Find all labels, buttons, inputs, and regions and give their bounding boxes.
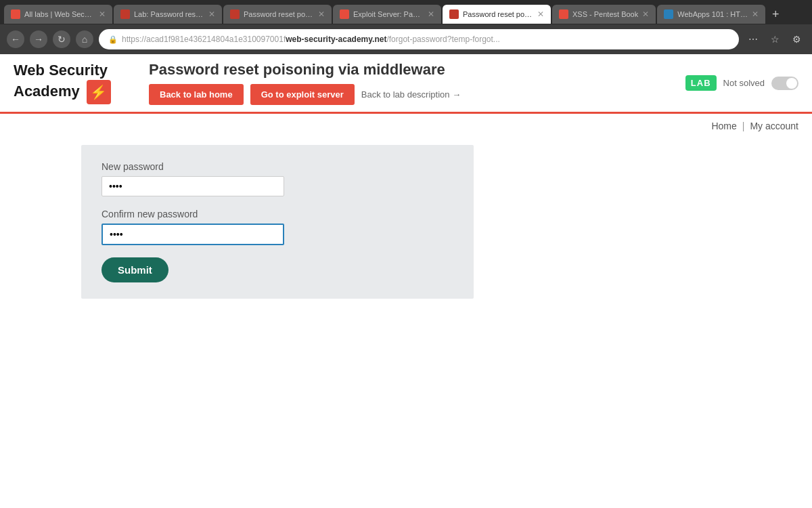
forward-button[interactable]: → (30, 30, 47, 48)
header-center: Password reset poisoning via middleware … (149, 61, 672, 105)
tab-active-password-reset[interactable]: Password reset poisoni... ✕ (443, 5, 551, 24)
tab-favicon (230, 9, 240, 19)
tab-title: Password reset poison... (244, 10, 314, 18)
tab-title: Exploit Server: Passwo... (353, 10, 424, 18)
tab-favicon (120, 9, 130, 19)
lab-badge: LAB (685, 75, 717, 91)
logo-icon: ⚡ (87, 80, 111, 104)
logo-area: Web Security Academy ⚡ (14, 62, 135, 104)
my-account-link[interactable]: My account (750, 121, 798, 131)
tab-bar: All labs | Web Security... ✕ Lab: Passwo… (0, 0, 812, 24)
page-content: Web Security Academy ⚡ Password reset po… (0, 54, 812, 299)
confirm-password-label: Confirm new password (102, 209, 453, 219)
site-header: Web Security Academy ⚡ Password reset po… (0, 54, 812, 114)
tab-close-icon[interactable]: ✕ (537, 9, 544, 19)
tab-close-icon[interactable]: ✕ (752, 9, 759, 19)
go-to-exploit-server-button[interactable]: Go to exploit server (250, 84, 355, 105)
url-path: /forgot-password?temp-forgot... (386, 35, 499, 44)
address-bar[interactable]: 🔒 https://acad1f981e436214804a1e31009700… (99, 29, 739, 49)
tab-favicon (664, 9, 673, 19)
reload-button[interactable]: ↻ (53, 30, 70, 48)
tab-favicon (559, 9, 568, 19)
browser-window: All labs | Web Security... ✕ Lab: Passwo… (0, 0, 812, 54)
home-link[interactable]: Home (711, 121, 736, 131)
tab-close-icon[interactable]: ✕ (428, 9, 434, 19)
tab-title: All labs | Web Security... (24, 10, 95, 18)
new-password-input[interactable] (102, 176, 284, 196)
tab-exploit-server[interactable]: Exploit Server: Passwo... ✕ (333, 5, 441, 24)
secure-icon: 🔒 (108, 35, 118, 44)
new-tab-button[interactable]: + (767, 5, 784, 23)
tab-title: Lab: Password reset p... (134, 10, 204, 18)
toolbar-icons: ⋯ ☆ ⚙ (744, 30, 805, 48)
not-solved-label: Not solved (723, 78, 765, 88)
tab-title: WebApps 101 : HTTP ... (677, 10, 748, 18)
tab-xss-pentest[interactable]: XSS - Pentest Book ✕ (552, 5, 656, 24)
new-password-group: New password (102, 161, 453, 196)
logo-line2: Academy ⚡ (14, 80, 111, 104)
url-prefix: https://acad1f981e436214804a1e310097001f (122, 35, 286, 44)
tab-favicon (340, 9, 349, 19)
back-to-lab-description-link[interactable]: Back to lab description → (361, 89, 461, 100)
tab-password-reset-poison[interactable]: Password reset poison... ✕ (223, 5, 332, 24)
url-text: https://acad1f981e436214804a1e310097001f… (122, 35, 729, 44)
bookmark-icon[interactable]: ☆ (766, 30, 784, 48)
new-password-label: New password (102, 161, 453, 172)
tab-close-icon[interactable]: ✕ (318, 9, 325, 19)
logo-text: Web Security Academy ⚡ (14, 62, 111, 104)
back-to-lab-home-button[interactable]: Back to lab home (149, 84, 244, 105)
tab-favicon (11, 9, 20, 19)
tab-title: Password reset poisoni... (463, 10, 533, 18)
tab-close-icon[interactable]: ✕ (99, 9, 106, 19)
confirm-password-group: Confirm new password (102, 209, 453, 245)
submit-button[interactable]: Submit (102, 257, 168, 282)
back-button[interactable]: ← (7, 30, 24, 48)
lab-title: Password reset poisoning via middleware (149, 61, 672, 79)
confirm-password-input[interactable] (102, 224, 284, 245)
tab-title: XSS - Pentest Book (572, 10, 638, 18)
menu-icon[interactable]: ⋯ (744, 30, 762, 48)
tab-close-icon[interactable]: ✕ (642, 9, 649, 19)
tab-favicon (449, 9, 459, 19)
home-button[interactable]: ⌂ (76, 30, 93, 48)
tab-webapps[interactable]: WebApps 101 : HTTP ... ✕ (657, 5, 765, 24)
nav-separator: | (742, 121, 745, 131)
header-actions: LAB Not solved (685, 75, 798, 91)
tab-lab-reset[interactable]: Lab: Password reset p... ✕ (114, 5, 222, 24)
url-domain: web-security-academy.net (286, 35, 386, 44)
sub-nav: Home | My account (0, 114, 812, 138)
browser-toolbar: ← → ↻ ⌂ 🔒 https://acad1f981e436214804a1e… (0, 24, 812, 54)
password-reset-form-container: New password Confirm new password Submit (81, 145, 474, 299)
tab-all-labs[interactable]: All labs | Web Security... ✕ (4, 5, 112, 24)
tab-close-icon[interactable]: ✕ (208, 9, 215, 19)
solved-toggle[interactable] (771, 77, 798, 90)
logo-line1: Web Security (14, 62, 111, 79)
extensions-icon[interactable]: ⚙ (788, 30, 805, 48)
